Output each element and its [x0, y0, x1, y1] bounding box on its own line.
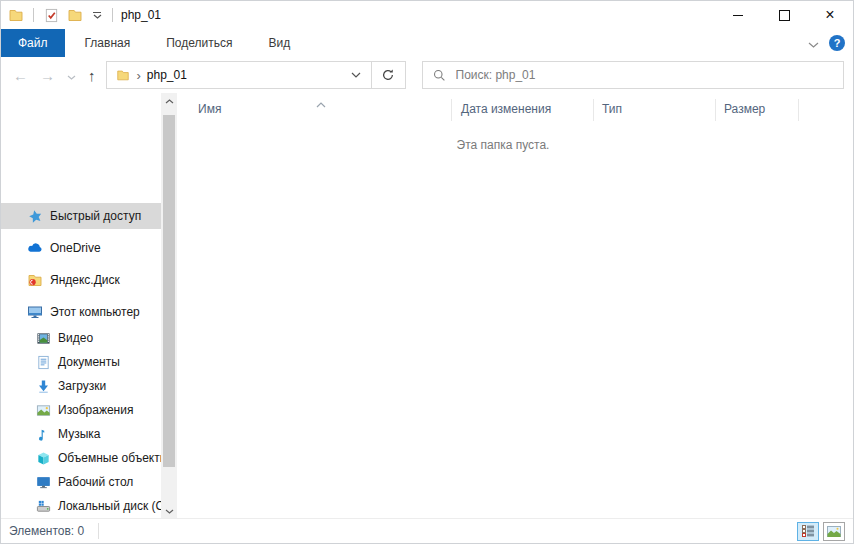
column-separator[interactable]	[715, 99, 716, 121]
search-input[interactable]	[454, 67, 843, 83]
onedrive-cloud-icon	[27, 240, 43, 256]
tab-home[interactable]: Главная	[69, 29, 147, 57]
sidebar-scrollbar[interactable]	[161, 93, 177, 521]
sort-ascending-icon	[316, 94, 326, 112]
sidebar-item-documents[interactable]: Документы	[1, 349, 161, 375]
sidebar-item-label: Этот компьютер	[50, 305, 140, 319]
tab-file[interactable]: Файл	[1, 29, 65, 57]
status-bar: Элементов: 0	[1, 518, 853, 543]
large-icons-view-button[interactable]	[823, 522, 845, 541]
title-bar: php_01 ×	[1, 1, 853, 29]
explorer-window: php_01 × Файл Главная Поделиться Вид ? ←…	[0, 0, 854, 544]
ribbon-tab-row: Файл Главная Поделиться Вид ?	[1, 29, 853, 58]
up-icon[interactable]: ↑	[88, 68, 96, 83]
tab-share[interactable]: Поделиться	[150, 29, 248, 57]
sidebar-item-label: Изображения	[58, 403, 133, 417]
ribbon-collapse-chevron-icon[interactable]	[808, 34, 819, 52]
sidebar-item-local-disk-c[interactable]: Локальный диск (C:)	[1, 493, 161, 519]
folder-icon	[115, 67, 131, 83]
breadcrumb[interactable]: › php_01	[107, 62, 341, 88]
window-controls: ×	[715, 1, 853, 29]
refresh-button[interactable]	[371, 62, 405, 88]
navigation-pane: Быстрый доступ OneDrive Яндекс.Диск Этот…	[1, 93, 161, 521]
sidebar-item-3d-objects[interactable]: Объемные объекты	[1, 445, 161, 471]
close-icon: ×	[825, 7, 834, 23]
videos-icon	[35, 330, 51, 346]
back-icon[interactable]: ←	[13, 68, 28, 83]
documents-icon	[35, 354, 51, 370]
column-header-name[interactable]: Имя	[198, 102, 221, 116]
tab-view[interactable]: Вид	[252, 29, 306, 57]
file-list-area: Имя Дата изменения Тип Размер Эта папка …	[177, 93, 853, 521]
sidebar-item-onedrive[interactable]: OneDrive	[1, 235, 161, 261]
sidebar-item-label: Рабочий стол	[58, 475, 133, 489]
sidebar-item-label: Загрузки	[58, 379, 106, 393]
help-icon[interactable]: ?	[829, 35, 845, 51]
address-bar[interactable]: › php_01	[106, 61, 406, 89]
this-pc-icon	[27, 304, 43, 320]
sidebar-item-pictures[interactable]: Изображения	[1, 397, 161, 423]
window-title: php_01	[121, 8, 161, 22]
ribbon-right-controls: ?	[808, 29, 853, 57]
3d-objects-icon	[35, 450, 51, 466]
items-count: Элементов: 0	[1, 524, 84, 538]
close-button[interactable]: ×	[807, 1, 853, 29]
scrollbar-down-icon[interactable]	[161, 503, 177, 519]
status-separator	[98, 523, 99, 539]
minimize-button[interactable]	[715, 1, 761, 29]
column-separator[interactable]	[798, 99, 799, 121]
large-icons-view-icon	[827, 526, 841, 537]
maximize-button[interactable]	[761, 1, 807, 29]
sidebar-item-label: Музыка	[58, 427, 100, 441]
refresh-icon	[381, 68, 395, 82]
sidebar-item-label: Локальный диск (C:)	[58, 499, 161, 513]
breadcrumb-chevron-icon: ›	[137, 68, 141, 83]
details-view-icon	[802, 525, 815, 537]
desktop-icon	[35, 474, 51, 490]
sidebar-item-label: Быстрый доступ	[50, 209, 141, 223]
pictures-icon	[35, 402, 51, 418]
sidebar-item-music[interactable]: Музыка	[1, 421, 161, 447]
sidebar-item-label: OneDrive	[50, 241, 101, 255]
yandex-disk-icon	[27, 272, 43, 288]
sidebar-item-videos[interactable]: Видео	[1, 325, 161, 351]
sidebar-item-label: Документы	[58, 355, 120, 369]
column-separator[interactable]	[451, 99, 452, 121]
scrollbar-up-icon[interactable]	[161, 93, 177, 109]
sidebar-item-desktop[interactable]: Рабочий стол	[1, 469, 161, 495]
qat-customize-dropdown-icon[interactable]	[90, 12, 104, 19]
navigation-bar: ← → ↑ › php_01	[1, 57, 853, 93]
view-buttons	[797, 522, 853, 541]
sidebar-item-downloads[interactable]: Загрузки	[1, 373, 161, 399]
details-view-button[interactable]	[797, 522, 819, 541]
maximize-icon	[779, 10, 790, 21]
app-folder-icon	[7, 6, 25, 24]
empty-folder-message: Эта папка пуста.	[177, 138, 829, 152]
minimize-icon	[733, 15, 743, 16]
breadcrumb-folder[interactable]: php_01	[147, 68, 187, 82]
nav-arrows: ← → ↑	[1, 66, 106, 84]
search-icon	[433, 69, 446, 82]
scrollbar-thumb[interactable]	[163, 115, 175, 467]
music-icon	[35, 426, 51, 442]
column-header-date-modified[interactable]: Дата изменения	[461, 102, 551, 116]
downloads-icon	[35, 378, 51, 394]
sidebar-item-label: Видео	[58, 331, 93, 345]
recent-locations-chevron-icon[interactable]	[67, 66, 76, 84]
column-separator[interactable]	[593, 99, 594, 121]
quick-access-star-icon	[27, 208, 43, 224]
properties-check-icon[interactable]	[42, 6, 60, 24]
sidebar-item-label: Объемные объекты	[58, 451, 161, 465]
sidebar-item-yandex-disk[interactable]: Яндекс.Диск	[1, 267, 161, 293]
new-folder-icon[interactable]	[66, 6, 84, 24]
forward-icon[interactable]: →	[40, 68, 55, 83]
search-box[interactable]	[422, 61, 844, 89]
column-header-type[interactable]: Тип	[602, 102, 622, 116]
local-disk-icon	[35, 498, 51, 514]
address-dropdown-icon[interactable]	[341, 62, 371, 88]
sidebar-item-this-pc[interactable]: Этот компьютер	[1, 299, 161, 325]
column-header-size[interactable]: Размер	[724, 102, 765, 116]
main-area: Быстрый доступ OneDrive Яндекс.Диск Этот…	[1, 93, 853, 521]
sidebar-item-label: Яндекс.Диск	[50, 273, 120, 287]
sidebar-item-quick-access[interactable]: Быстрый доступ	[1, 203, 161, 229]
